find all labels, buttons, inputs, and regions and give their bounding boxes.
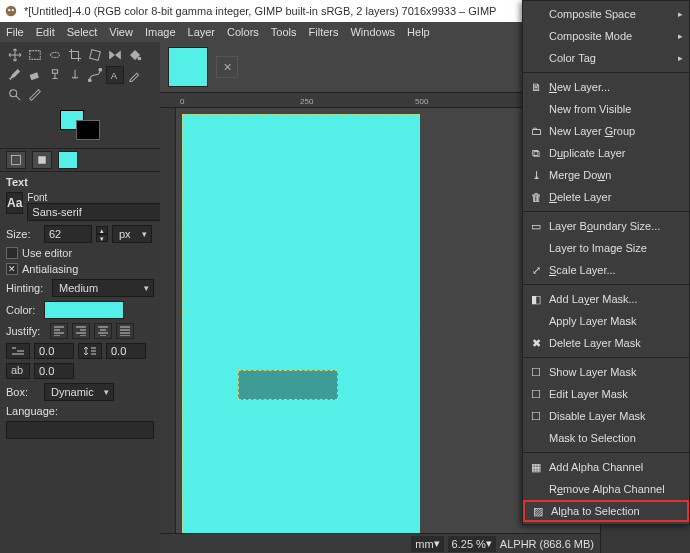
canvas[interactable]: [182, 114, 420, 533]
mi-alpha-to-selection[interactable]: ▨Alpha to Selection: [523, 500, 689, 522]
font-input[interactable]: [27, 203, 160, 221]
background-color[interactable]: [76, 120, 100, 140]
justify-center-icon[interactable]: [94, 323, 112, 339]
letter-spacing-icon[interactable]: ab: [6, 363, 30, 379]
flip-tool-icon[interactable]: [106, 46, 124, 64]
svg-text:A: A: [111, 70, 118, 81]
hinting-select[interactable]: Medium: [52, 279, 154, 297]
text-color-chip[interactable]: [44, 301, 124, 319]
mi-scale-layer[interactable]: ⤢Scale Layer...: [523, 259, 689, 281]
mi-new-layer-group[interactable]: 🗀New Layer Group: [523, 120, 689, 142]
color-swatches[interactable]: [0, 108, 160, 148]
menu-image[interactable]: Image: [145, 26, 176, 38]
mi-layer-boundary[interactable]: ▭Layer Boundary Size...: [523, 215, 689, 237]
box-select[interactable]: Dynamic: [44, 383, 114, 401]
menu-edit[interactable]: Edit: [36, 26, 55, 38]
svg-point-0: [6, 6, 17, 17]
mi-remove-alpha[interactable]: Remove Alpha Channel: [523, 478, 689, 500]
crop-tool-icon[interactable]: [66, 46, 84, 64]
menu-windows[interactable]: Windows: [350, 26, 395, 38]
left-dock: A Text Aa Font Size:: [0, 42, 160, 553]
rect-select-tool-icon[interactable]: [26, 46, 44, 64]
antialiasing-checkbox[interactable]: ✕: [6, 263, 18, 275]
mi-duplicate-layer[interactable]: ⧉Duplicate Layer: [523, 142, 689, 164]
mi-delete-layer[interactable]: 🗑Delete Layer: [523, 186, 689, 208]
statusbar: mm ▾ 6.25 % ▾ ALPHR (868.6 MB): [160, 533, 600, 553]
tool-options-tabs: [0, 148, 160, 172]
free-select-tool-icon[interactable]: [46, 46, 64, 64]
svg-point-9: [99, 68, 102, 71]
mi-add-alpha: ▦Add Alpha Channel: [523, 456, 689, 478]
line-spacing-icon[interactable]: [78, 343, 102, 359]
indent-first-icon[interactable]: [6, 343, 30, 359]
text-selection-rect[interactable]: [238, 370, 338, 400]
svg-rect-3: [30, 51, 41, 60]
svg-rect-4: [90, 50, 101, 61]
justify-fill-icon[interactable]: [116, 323, 134, 339]
eraser-tool-icon[interactable]: [26, 66, 44, 84]
add-mask-icon: ◧: [529, 292, 543, 306]
color-picker-tool-icon[interactable]: [126, 66, 144, 84]
move-tool-icon[interactable]: [6, 46, 24, 64]
clone-tool-icon[interactable]: [46, 66, 64, 84]
font-icon[interactable]: Aa: [6, 192, 23, 214]
status-info: ALPHR (868.6 MB): [500, 538, 594, 550]
menu-filters[interactable]: Filters: [309, 26, 339, 38]
ruler-tick: 500: [415, 97, 428, 106]
language-input[interactable]: [6, 421, 154, 439]
mi-edit-layer-mask: ☐Edit Layer Mask: [523, 383, 689, 405]
new-layer-icon: 🗎: [529, 80, 543, 94]
indent-first-value[interactable]: 0.0: [34, 343, 74, 359]
menu-colors[interactable]: Colors: [227, 26, 259, 38]
menu-select[interactable]: Select: [67, 26, 98, 38]
justify-left-icon[interactable]: [50, 323, 68, 339]
tab-device-status-icon[interactable]: [32, 151, 52, 169]
path-tool-icon[interactable]: [86, 66, 104, 84]
rotate-tool-icon[interactable]: [86, 46, 104, 64]
svg-rect-12: [12, 156, 21, 165]
menu-view[interactable]: View: [109, 26, 133, 38]
mi-new-layer[interactable]: 🗎New Layer...: [523, 76, 689, 98]
status-zoom-select[interactable]: 6.25 % ▾: [448, 536, 496, 552]
mi-add-layer-mask[interactable]: ◧Add Layer Mask...: [523, 288, 689, 310]
menu-tools[interactable]: Tools: [271, 26, 297, 38]
box-label: Box:: [6, 386, 40, 398]
image-thumbnail[interactable]: [168, 47, 208, 87]
mi-color-tag[interactable]: Color Tag▸: [523, 47, 689, 69]
tab-active-color-icon[interactable]: [58, 151, 78, 169]
zoom-tool-icon[interactable]: [6, 86, 24, 104]
size-spinner-down-icon[interactable]: ▾: [96, 234, 108, 242]
measure-tool-icon[interactable]: [26, 86, 44, 104]
use-editor-checkbox[interactable]: [6, 247, 18, 259]
status-unit-select[interactable]: mm ▾: [411, 536, 443, 552]
size-unit-select[interactable]: px: [112, 225, 152, 243]
paintbrush-tool-icon[interactable]: [6, 66, 24, 84]
text-tool-icon[interactable]: A: [106, 66, 124, 84]
bucket-tool-icon[interactable]: [126, 46, 144, 64]
line-spacing-value[interactable]: 0.0: [106, 343, 146, 359]
mi-composite-space[interactable]: Composite Space▸: [523, 3, 689, 25]
tab-tool-options-icon[interactable]: [6, 151, 26, 169]
mi-new-from-visible[interactable]: New from Visible: [523, 98, 689, 120]
boundary-icon: ▭: [529, 219, 543, 233]
mi-layer-to-image[interactable]: Layer to Image Size: [523, 237, 689, 259]
menu-help[interactable]: Help: [407, 26, 430, 38]
menu-layer[interactable]: Layer: [188, 26, 216, 38]
layer-context-menu: Composite Space▸ Composite Mode▸ Color T…: [522, 0, 690, 525]
svg-rect-7: [52, 70, 57, 74]
close-image-icon[interactable]: ✕: [216, 56, 238, 78]
toolbox: A: [0, 42, 160, 108]
mi-composite-mode[interactable]: Composite Mode▸: [523, 25, 689, 47]
smudge-tool-icon[interactable]: [66, 66, 84, 84]
checkbox-icon: ☐: [529, 387, 543, 401]
size-input[interactable]: [44, 225, 92, 243]
add-alpha-icon: ▦: [529, 460, 543, 474]
justify-right-icon[interactable]: [72, 323, 90, 339]
menu-file[interactable]: File: [6, 26, 24, 38]
size-spinner-up-icon[interactable]: ▴: [96, 226, 108, 234]
mi-merge-down[interactable]: ⤓Merge Down: [523, 164, 689, 186]
svg-point-1: [8, 9, 10, 11]
letter-spacing-value[interactable]: 0.0: [34, 363, 74, 379]
ruler-vertical[interactable]: [160, 108, 176, 533]
options-title: Text: [6, 176, 154, 188]
